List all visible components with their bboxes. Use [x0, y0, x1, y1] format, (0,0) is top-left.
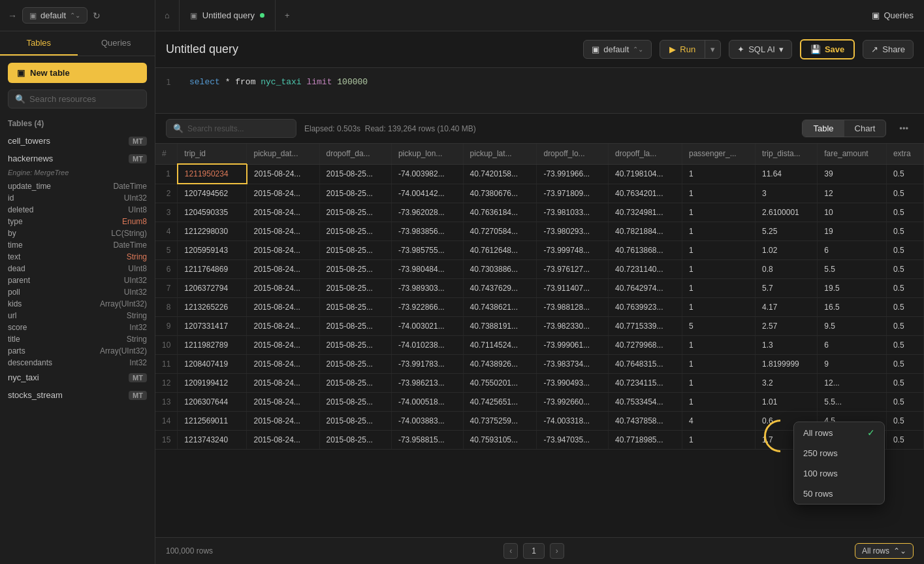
table-cell[interactable]: -73.962028...: [391, 203, 463, 222]
table-cell[interactable]: -74.003982...: [391, 164, 463, 184]
table-row[interactable]: 712063727942015-08-24...2015-08-25...-73…: [155, 279, 924, 298]
table-cell[interactable]: 40.7533454...: [609, 393, 682, 412]
sidebar-item-stocks-stream[interactable]: stocks_stream MT: [0, 386, 155, 404]
table-cell[interactable]: 40.7437858...: [609, 412, 682, 431]
back-button[interactable]: →: [8, 10, 17, 21]
table-cell[interactable]: 1: [682, 260, 755, 279]
table-cell[interactable]: 40.7437629...: [463, 279, 537, 298]
table-cell[interactable]: 5.5: [818, 260, 887, 279]
table-cell[interactable]: 5: [682, 317, 755, 336]
run-button[interactable]: ▶ Run ▾: [660, 40, 721, 59]
table-cell[interactable]: 8: [155, 298, 178, 317]
table-cell[interactable]: 40.7613868...: [609, 241, 682, 260]
query-tab[interactable]: ▣ Untitled query: [180, 0, 276, 31]
table-cell[interactable]: 40.7821884...: [609, 222, 682, 241]
table-cell[interactable]: 11: [155, 355, 178, 374]
table-row[interactable]: 1112084074192015-08-24...2015-08-25...-7…: [155, 355, 924, 374]
table-cell[interactable]: 40.7279968...: [609, 336, 682, 355]
save-button[interactable]: 💾 Save: [800, 39, 855, 59]
prev-page-button[interactable]: ‹: [503, 543, 518, 559]
table-row[interactable]: 1312063076442015-08-24...2015-08-25...-7…: [155, 393, 924, 412]
table-cell[interactable]: 2.6100001: [756, 203, 818, 222]
table-cell[interactable]: 1207494562: [178, 184, 247, 203]
table-cell[interactable]: -73.922866...: [391, 298, 463, 317]
table-cell[interactable]: 40.7231140...: [609, 260, 682, 279]
table-cell[interactable]: 1: [682, 222, 755, 241]
table-row[interactable]: 912073314172015-08-24...2015-08-25...-74…: [155, 317, 924, 336]
table-cell[interactable]: 2015-08-24...: [247, 317, 319, 336]
table-cell[interactable]: 0.5: [886, 260, 923, 279]
table-cell[interactable]: 12: [155, 374, 178, 393]
table-cell[interactable]: 3.2: [756, 374, 818, 393]
table-cell[interactable]: -73.991966...: [537, 164, 609, 184]
table-cell[interactable]: 2.57: [756, 317, 818, 336]
table-cell[interactable]: 1: [682, 184, 755, 203]
table-cell[interactable]: 15: [155, 431, 178, 450]
table-cell[interactable]: 1205959143: [178, 241, 247, 260]
tab-tables[interactable]: Tables: [0, 31, 78, 56]
table-cell[interactable]: 1.8199999: [756, 355, 818, 374]
search-input[interactable]: [29, 94, 140, 104]
table-cell[interactable]: 13: [155, 393, 178, 412]
results-search-input[interactable]: [187, 124, 289, 133]
table-cell[interactable]: 2015-08-25...: [319, 298, 391, 317]
db-selector-main[interactable]: ▣ default ⌃⌄: [583, 40, 652, 59]
home-button[interactable]: ⌂: [155, 0, 180, 31]
chart-view-button[interactable]: Chart: [844, 120, 886, 137]
table-cell[interactable]: 0.5: [886, 393, 923, 412]
table-cell[interactable]: 6: [818, 336, 887, 355]
rows-per-page-selector[interactable]: All rows ⌃⌄: [855, 543, 914, 559]
table-cell[interactable]: 6: [818, 241, 887, 260]
table-cell[interactable]: 2015-08-24...: [247, 355, 319, 374]
table-cell[interactable]: -74.010238...: [391, 336, 463, 355]
table-cell[interactable]: -73.981033...: [537, 203, 609, 222]
table-cell[interactable]: 1: [682, 431, 755, 450]
table-cell[interactable]: 9: [818, 355, 887, 374]
table-cell[interactable]: 2015-08-25...: [319, 412, 391, 431]
more-options-button[interactable]: •••: [894, 120, 914, 137]
table-cell[interactable]: -73.991783...: [391, 355, 463, 374]
code-editor[interactable]: 1 select * from nyc_taxi limit 100000: [155, 68, 924, 114]
table-cell[interactable]: 1204590335: [178, 203, 247, 222]
table-cell[interactable]: -73.999748...: [537, 241, 609, 260]
table-cell[interactable]: -73.982330...: [537, 317, 609, 336]
table-cell[interactable]: 40.7438621...: [463, 298, 537, 317]
table-cell[interactable]: 40.7642974...: [609, 279, 682, 298]
table-row[interactable]: 112119502342015-08-24...2015-08-25...-74…: [155, 164, 924, 184]
sql-ai-button[interactable]: ✦ SQL AI ▾: [729, 40, 792, 59]
table-cell[interactable]: 5.5...: [818, 393, 887, 412]
table-cell[interactable]: 1: [682, 374, 755, 393]
table-cell[interactable]: 0.5: [886, 317, 923, 336]
table-cell[interactable]: 6: [155, 260, 178, 279]
table-cell[interactable]: 4.17: [756, 298, 818, 317]
table-cell[interactable]: 1208407419: [178, 355, 247, 374]
search-box[interactable]: 🔍: [8, 90, 147, 108]
table-cell[interactable]: 0.5: [886, 374, 923, 393]
table-cell[interactable]: 3: [756, 184, 818, 203]
table-cell[interactable]: 9: [155, 317, 178, 336]
table-view-button[interactable]: Table: [803, 120, 844, 137]
table-cell[interactable]: 2015-08-24...: [247, 203, 319, 222]
table-cell[interactable]: 2015-08-24...: [247, 298, 319, 317]
next-page-button[interactable]: ›: [550, 543, 564, 559]
table-cell[interactable]: 2015-08-25...: [319, 203, 391, 222]
sidebar-item-hackernews[interactable]: hackernews MT: [0, 150, 155, 167]
table-cell[interactable]: 40.7303886...: [463, 260, 537, 279]
new-table-button[interactable]: ▣ New table: [8, 63, 147, 83]
run-dropdown-arrow[interactable]: ▾: [705, 41, 720, 58]
table-row[interactable]: 512059591432015-08-24...2015-08-25...-73…: [155, 241, 924, 260]
table-cell[interactable]: 1: [682, 203, 755, 222]
table-cell[interactable]: 40.7634201...: [609, 184, 682, 203]
table-cell[interactable]: 0.8: [756, 260, 818, 279]
table-cell[interactable]: 2015-08-25...: [319, 336, 391, 355]
table-cell[interactable]: 40.7612648...: [463, 241, 537, 260]
table-cell[interactable]: 2015-08-25...: [319, 317, 391, 336]
table-cell[interactable]: 1: [155, 164, 178, 184]
table-cell[interactable]: 0.5: [886, 431, 923, 450]
table-cell[interactable]: 4: [155, 222, 178, 241]
table-cell[interactable]: 39: [818, 164, 887, 184]
table-cell[interactable]: 1209199412: [178, 374, 247, 393]
sidebar-item-nyc-taxi[interactable]: nyc_taxi MT: [0, 369, 155, 386]
table-cell[interactable]: 40.7639923...: [609, 298, 682, 317]
table-cell[interactable]: 2015-08-24...: [247, 412, 319, 431]
